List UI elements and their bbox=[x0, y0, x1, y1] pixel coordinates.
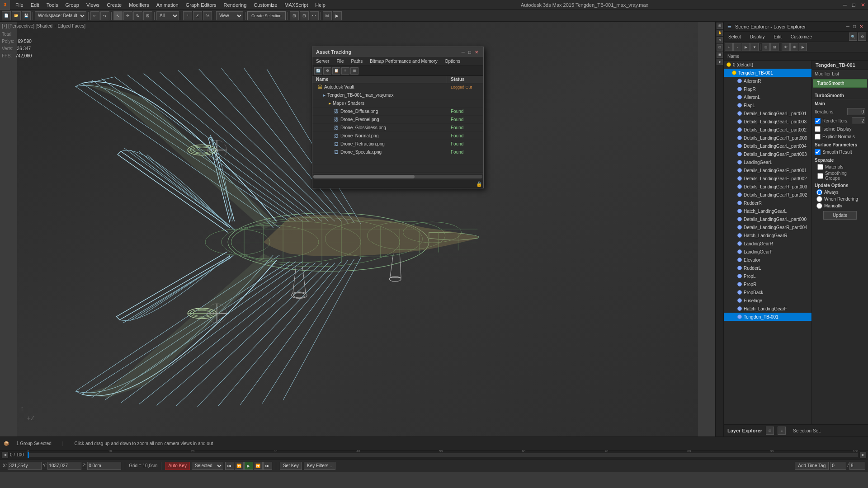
menu-help[interactable]: Help bbox=[311, 0, 329, 10]
se-nav-select[interactable]: Select bbox=[726, 33, 744, 41]
redo-btn[interactable]: ↪ bbox=[100, 11, 109, 20]
workspace-selector[interactable]: Workspace: Default bbox=[35, 11, 86, 20]
se-icon-btn1[interactable]: 🔍 bbox=[849, 33, 857, 41]
menu-rendering[interactable]: Rendering bbox=[220, 0, 250, 10]
menu-group[interactable]: Group bbox=[61, 0, 83, 10]
maximize-btn[interactable]: □ bbox=[849, 0, 858, 10]
tree-item-lggf-p2[interactable]: Details_LandingGearF_part002 bbox=[724, 174, 811, 183]
asset-menu-bitmap[interactable]: Bitmap Performance and Memory bbox=[366, 57, 441, 66]
percent-snap-btn[interactable]: % bbox=[203, 11, 212, 20]
asset-row-vault[interactable]: 🏛 Autodesk Vault Logged Out bbox=[312, 83, 483, 91]
asset-row-specular[interactable]: 🖼 Drone_Specular.png Found bbox=[312, 148, 483, 156]
menu-customize[interactable]: Customize bbox=[250, 0, 281, 10]
next-key-btn[interactable]: ⏩ bbox=[254, 462, 263, 470]
tree-item-elevator[interactable]: Elevator bbox=[724, 256, 811, 264]
tree-item-rudderL[interactable]: RudderL bbox=[724, 264, 811, 272]
render-btn[interactable]: ▶ bbox=[333, 11, 342, 20]
tree-item-lgg-p4[interactable]: Details_LandingGearL_part004 bbox=[724, 142, 811, 150]
se-close-btn[interactable]: ✕ bbox=[858, 23, 864, 29]
view-selector[interactable]: View bbox=[216, 11, 243, 20]
ts-when-rendering-radio[interactable] bbox=[816, 196, 822, 202]
menu-modifiers[interactable]: Modifiers bbox=[125, 0, 153, 10]
z-field[interactable] bbox=[87, 462, 121, 470]
asset-row-normal[interactable]: 🖼 Drone_Normal.png Found bbox=[312, 132, 483, 140]
se-icon-btn2[interactable]: ⚙ bbox=[858, 33, 866, 41]
set-key-btn[interactable]: Set Key bbox=[280, 462, 302, 470]
se-minimize-btn[interactable]: ─ bbox=[845, 23, 851, 29]
viewport[interactable]: [+] [Perspective] [Shaded + Edged Faces]… bbox=[0, 22, 723, 436]
close-btn[interactable]: ✕ bbox=[858, 0, 868, 10]
goto-end-btn[interactable]: ⏭ bbox=[263, 462, 272, 470]
se-tb-render[interactable]: ▶ bbox=[799, 43, 807, 51]
tree-item-propL[interactable]: PropL bbox=[724, 272, 811, 280]
select-btn[interactable]: ↖ bbox=[113, 11, 123, 20]
tree-item-lggr-p3[interactable]: Details_LandingGearR_part003 bbox=[724, 183, 811, 191]
prev-frame-btn[interactable]: ◀ bbox=[2, 452, 8, 458]
tree-item-tengden-bottom[interactable]: Tengden_TB-001 bbox=[724, 313, 811, 321]
tree-item-lggf-p1[interactable]: Details_LandingGearF_part001 bbox=[724, 166, 811, 174]
menu-graph-editors[interactable]: Graph Editors bbox=[182, 0, 220, 10]
tree-item-flapR[interactable]: FlapR bbox=[724, 85, 811, 93]
vp-fit-icon[interactable]: ⊡ bbox=[717, 44, 723, 51]
tree-item-lggf-p3[interactable]: Details_LandingGearF_part003 bbox=[724, 150, 811, 158]
asset-minimize-btn[interactable]: ─ bbox=[460, 49, 466, 55]
se-tb-delete[interactable]: - bbox=[733, 43, 741, 51]
tree-item-landingGearL[interactable]: LandingGearL bbox=[724, 158, 811, 166]
se-tb-new[interactable]: + bbox=[725, 43, 733, 51]
tree-item-flapL[interactable]: FlapL bbox=[724, 101, 811, 109]
asset-row-refraction[interactable]: 🖼 Drone_Refraction.png Found bbox=[312, 140, 483, 148]
minimize-btn[interactable]: ─ bbox=[840, 0, 849, 10]
ts-smoothing-groups-check[interactable] bbox=[817, 173, 823, 179]
tree-item-propBack[interactable]: PropBack bbox=[724, 288, 811, 296]
goto-start-btn[interactable]: ⏮ bbox=[225, 462, 234, 470]
ts-manually-radio[interactable] bbox=[816, 203, 822, 209]
asset-menu-server[interactable]: Server bbox=[312, 57, 333, 66]
tree-item-rudderR[interactable]: RudderR bbox=[724, 199, 811, 207]
tree-item-lgg-p3[interactable]: Details_LandingGearL_part003 bbox=[724, 117, 811, 126]
x-field[interactable] bbox=[8, 462, 42, 470]
tree-item-lggr-p2[interactable]: Details_LandingGearR_part002 bbox=[724, 191, 811, 199]
rotate-btn[interactable]: ↻ bbox=[133, 11, 142, 20]
angle-snap-btn[interactable]: ∠ bbox=[193, 11, 202, 20]
se-tb-expand[interactable]: ▶ bbox=[742, 43, 750, 51]
ts-render-iters-input[interactable] bbox=[852, 117, 865, 124]
asset-tb-btn4[interactable]: ≡ bbox=[341, 67, 349, 75]
y-field[interactable] bbox=[47, 462, 81, 470]
scale-btn[interactable]: ⊠ bbox=[143, 11, 152, 20]
selected-dropdown[interactable]: Selected bbox=[192, 462, 223, 470]
menu-maxscript[interactable]: MAXScript bbox=[281, 0, 311, 10]
asset-row-glossiness[interactable]: 🖼 Drone_Glossiness.png Found bbox=[312, 124, 483, 132]
frame-max[interactable] bbox=[849, 462, 865, 470]
asset-hscroll-thumb[interactable] bbox=[313, 175, 415, 178]
menu-create[interactable]: Create bbox=[103, 0, 125, 10]
vp-pan-icon[interactable]: ✋ bbox=[717, 30, 723, 36]
tree-item-aileronL[interactable]: AileronL bbox=[724, 93, 811, 101]
asset-menu-options[interactable]: Options bbox=[441, 57, 464, 66]
tree-item-hatch-lggR[interactable]: Hatch_LandingGearR bbox=[724, 231, 811, 239]
asset-row-folder[interactable]: ▸ Maps / Shaders bbox=[312, 99, 483, 108]
asset-row-fresnel[interactable]: 🖼 Drone_Fresnel.png Found bbox=[312, 116, 483, 124]
ts-always-radio[interactable] bbox=[816, 189, 822, 195]
tree-item-hatch-lggF[interactable]: Hatch_LandingGearF bbox=[724, 305, 811, 313]
move-btn[interactable]: ✛ bbox=[123, 11, 132, 20]
frame-track[interactable]: 0 10 20 30 40 50 60 70 80 90 100 bbox=[28, 453, 858, 457]
ts-iterations-input[interactable] bbox=[847, 108, 865, 115]
se-tb-freeze[interactable]: ❄ bbox=[790, 43, 798, 51]
menu-edit[interactable]: Edit bbox=[27, 0, 43, 10]
asset-row-diffuse[interactable]: 🖼 Drone_Diffuse.png Found bbox=[312, 108, 483, 116]
play-btn[interactable]: ▶ bbox=[244, 462, 253, 470]
asset-tb-btn1[interactable]: 🔄 bbox=[314, 67, 322, 75]
tree-item-fuselage[interactable]: Fuselage bbox=[724, 296, 811, 305]
se-restore-btn[interactable]: □ bbox=[852, 23, 857, 29]
vp-field-icon[interactable]: ▣ bbox=[717, 52, 723, 58]
ts-isoline-check[interactable] bbox=[815, 126, 821, 132]
ts-smooth-result-check[interactable] bbox=[815, 149, 821, 155]
tree-item-default[interactable]: 0 (default) bbox=[724, 61, 811, 69]
tree-item-landingGearR[interactable]: LandingGearR bbox=[724, 239, 811, 248]
prev-key-btn[interactable]: ⏪ bbox=[235, 462, 244, 470]
asset-tb-btn2[interactable]: ⚙ bbox=[323, 67, 331, 75]
save-btn[interactable]: 💾 bbox=[22, 11, 31, 20]
open-btn[interactable]: 📂 bbox=[12, 11, 21, 20]
key-filters-btn[interactable]: Key Filters... bbox=[304, 462, 335, 470]
ts-materials-check[interactable] bbox=[817, 164, 823, 170]
